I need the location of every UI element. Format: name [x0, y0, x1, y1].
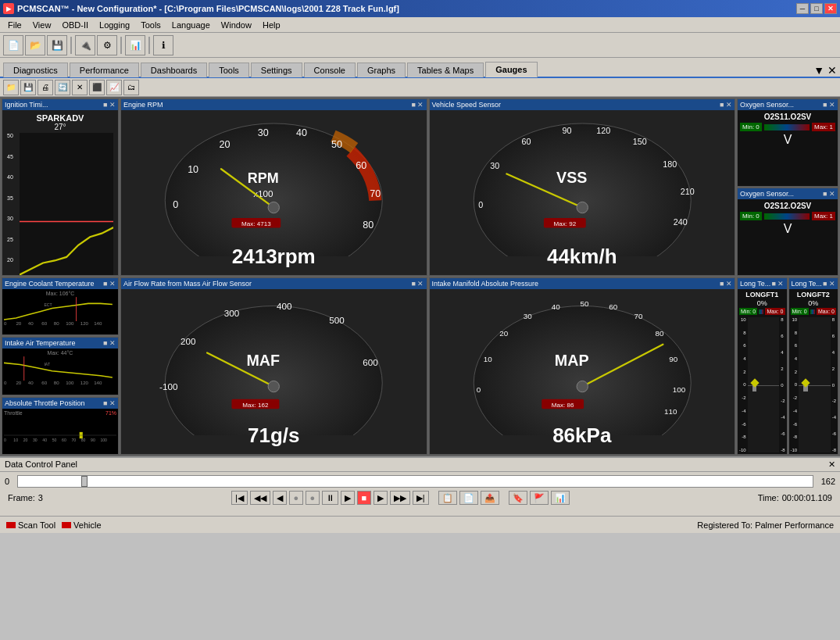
- close-button[interactable]: ✕: [824, 3, 837, 14]
- tab-dashboards[interactable]: Dashboards: [141, 63, 207, 77]
- menu-view[interactable]: View: [28, 19, 56, 31]
- playback-row: Frame: 3 |◀ ◀◀ ◀ ● ● ⏸ ▶ ■ ▶ ▶▶ ▶| 📋 📄 📤: [5, 491, 835, 505]
- data-control-title: Data Control Panel: [5, 459, 77, 470]
- ect-close-icon[interactable]: ■ ✕: [103, 280, 116, 288]
- svg-point-17: [474, 123, 691, 256]
- tab-settings[interactable]: Settings: [251, 63, 302, 77]
- svg-text:600: 600: [363, 357, 378, 367]
- bookmark-button[interactable]: 🔖: [509, 491, 527, 505]
- svg-text:40: 40: [296, 127, 307, 138]
- tab-tools[interactable]: Tools: [209, 63, 249, 77]
- tab-graphs[interactable]: Graphs: [357, 63, 406, 77]
- o2s2-title: Oxygen Sensor...: [740, 190, 794, 198]
- svg-text:MAP: MAP: [554, 352, 588, 369]
- svg-text:IAT: IAT: [44, 363, 50, 367]
- sec-btn-3[interactable]: 🖨: [38, 80, 53, 95]
- longft1-value: 0%: [757, 299, 767, 307]
- iat-header: Intake Air Temperature ■ ✕: [2, 338, 118, 349]
- o2s1-close-icon[interactable]: ■ ✕: [823, 101, 835, 109]
- sec-btn-5[interactable]: ✕: [72, 80, 88, 95]
- longft1-close-icon[interactable]: ■ ✕: [772, 280, 785, 288]
- copy-button[interactable]: 📋: [438, 491, 457, 505]
- settings-button[interactable]: ⚙: [97, 35, 117, 55]
- tab-gauges[interactable]: Gauges: [485, 62, 537, 77]
- tab-close-icon[interactable]: ✕: [827, 64, 837, 77]
- vehicle-legend: Vehicle: [62, 520, 101, 530]
- sec-btn-7[interactable]: 📈: [106, 80, 122, 95]
- longft2-close-icon[interactable]: ■ ✕: [823, 280, 835, 288]
- sec-btn-6[interactable]: ⬛: [89, 80, 105, 95]
- svg-text:50: 50: [52, 438, 57, 442]
- rpm-close-icon[interactable]: ■ ✕: [412, 101, 424, 109]
- export-button[interactable]: 📤: [481, 491, 499, 505]
- frame-value: 3: [38, 493, 43, 502]
- last-frame-button[interactable]: ▶|: [413, 491, 429, 505]
- pause-button[interactable]: ⏸: [322, 491, 338, 505]
- sec-btn-1[interactable]: 📁: [3, 80, 19, 95]
- next-10-button[interactable]: ▶▶: [390, 491, 410, 505]
- scan-tool-label: Scan Tool: [18, 520, 55, 530]
- range-thumb[interactable]: [81, 476, 88, 487]
- throttle-close-icon[interactable]: ■ ✕: [103, 399, 116, 407]
- svg-text:Max: 162: Max: 162: [242, 401, 269, 408]
- play-button[interactable]: ▶: [341, 491, 355, 505]
- flag-button[interactable]: 🚩: [530, 491, 549, 505]
- svg-text:120: 120: [80, 380, 89, 385]
- chart-button[interactable]: 📊: [551, 491, 570, 505]
- svg-text:30: 30: [490, 161, 499, 170]
- tab-performance[interactable]: Performance: [70, 63, 139, 77]
- menu-file[interactable]: File: [3, 19, 27, 31]
- svg-text:210: 210: [680, 187, 694, 196]
- menu-language[interactable]: Language: [167, 19, 215, 31]
- longft2-max: Max: 0: [817, 308, 836, 315]
- iat-close-icon[interactable]: ■ ✕: [103, 339, 116, 347]
- svg-point-29: [577, 202, 588, 213]
- scan-tool-legend: Scan Tool: [6, 520, 55, 530]
- svg-text:200: 200: [181, 336, 196, 346]
- first-frame-button[interactable]: |◀: [231, 491, 248, 505]
- tab-tables-maps[interactable]: Tables & Maps: [407, 63, 484, 77]
- sec-btn-2[interactable]: 💾: [20, 80, 36, 95]
- tab-dropdown-icon[interactable]: ▼: [813, 64, 824, 77]
- tab-diagnostics[interactable]: Diagnostics: [3, 63, 68, 77]
- sec-btn-8[interactable]: 🗂: [123, 80, 139, 95]
- monitor-button[interactable]: 📊: [125, 35, 145, 55]
- map-close-icon[interactable]: ■ ✕: [720, 280, 732, 288]
- new-button[interactable]: 📄: [3, 35, 23, 55]
- svg-text:60: 60: [521, 137, 531, 146]
- range-slider[interactable]: [17, 475, 813, 488]
- menu-tools[interactable]: Tools: [136, 19, 166, 31]
- maximize-button[interactable]: □: [810, 3, 823, 14]
- menu-logging[interactable]: Logging: [95, 19, 134, 31]
- connect-button[interactable]: 🔌: [75, 35, 95, 55]
- toolbar-separator-3: [148, 37, 150, 54]
- maf-value: 71g/s: [248, 424, 300, 448]
- spark-close-icon[interactable]: ■ ✕: [103, 101, 116, 109]
- paste-button[interactable]: 📄: [459, 491, 478, 505]
- next-button[interactable]: ▶: [374, 491, 388, 505]
- tab-console[interactable]: Console: [304, 63, 356, 77]
- longft2-value: 0%: [808, 299, 818, 307]
- vss-close-icon[interactable]: ■ ✕: [720, 101, 732, 109]
- info-button[interactable]: ℹ: [153, 35, 173, 55]
- toolbar-separator-2: [120, 37, 122, 54]
- o2s1-panel: Oxygen Sensor... ■ ✕ O2S11.O2SV Min: 0 M…: [737, 98, 838, 187]
- menu-help[interactable]: Help: [258, 19, 285, 31]
- minimize-button[interactable]: ─: [796, 3, 809, 14]
- menu-obd[interactable]: OBD-II: [57, 19, 93, 31]
- svg-text:40: 40: [28, 380, 34, 385]
- sec-toolbar: 📁 💾 🖨 🔄 ✕ ⬛ 📈 🗂: [0, 78, 840, 97]
- svg-text:0: 0: [173, 198, 178, 209]
- sec-btn-4[interactable]: 🔄: [55, 80, 70, 95]
- prev-10-button[interactable]: ◀◀: [250, 491, 270, 505]
- throttle-panel: Absolute Throttle Position ■ ✕ Throttle …: [2, 397, 119, 455]
- svg-text:90: 90: [91, 438, 95, 442]
- save-button[interactable]: 💾: [47, 35, 67, 55]
- open-button[interactable]: 📂: [25, 35, 45, 55]
- menu-window[interactable]: Window: [216, 19, 256, 31]
- o2s2-close-icon[interactable]: ■ ✕: [823, 190, 835, 198]
- data-control-close-icon[interactable]: ✕: [828, 459, 835, 470]
- stop-button[interactable]: ■: [357, 491, 371, 505]
- maf-close-icon[interactable]: ■ ✕: [412, 280, 424, 288]
- prev-button[interactable]: ◀: [273, 491, 287, 505]
